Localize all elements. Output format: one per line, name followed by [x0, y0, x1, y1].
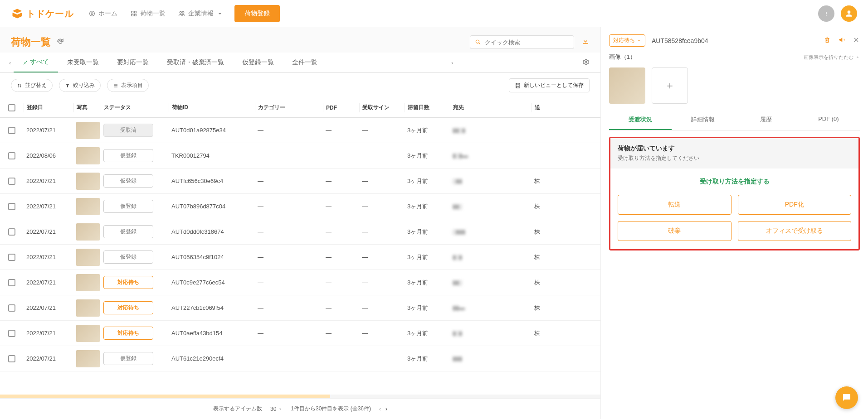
table-row[interactable]: 2022/07/21仮登録AUT07b896d877c04———3ヶ月前▮▮▯株 [0, 194, 600, 219]
row-checkbox[interactable] [8, 152, 15, 159]
pager-prev[interactable]: ‹ [379, 406, 381, 412]
pager-next[interactable]: › [385, 406, 387, 412]
table-row[interactable]: 2022/07/21仮登録AUT61c21e290ecf4———3ヶ月前▮▮▮ [0, 346, 600, 371]
cell-id: AUT07b896d877c04 [169, 203, 255, 210]
table-row[interactable]: 2022/07/21対応待ちAUT227cb1c069f54———3ヶ月前▮▮▬… [0, 295, 600, 321]
method-title: 受け取り方法を指定する [610, 178, 858, 186]
refresh-icon [56, 38, 64, 46]
row-checkbox[interactable] [8, 127, 15, 134]
delete-button[interactable] [824, 36, 831, 45]
collapse-images-button[interactable]: 画像表示を折りたたむ [804, 54, 860, 61]
forward-button[interactable]: 転送 [618, 195, 731, 215]
col-sender[interactable]: 送 [532, 103, 568, 112]
table-row[interactable]: 2022/07/21対応待ちAUT0c9e277c6ec54———3ヶ月前▮▮▯… [0, 270, 600, 295]
col-pkgid[interactable]: 荷物ID [169, 103, 255, 112]
list-icon [130, 10, 137, 17]
dtab-status[interactable]: 受渡状況 [609, 110, 672, 130]
cell-category: — [255, 355, 323, 362]
cell-days: 3ヶ月前 [405, 304, 450, 312]
trash-icon [824, 36, 831, 43]
columns-button[interactable]: 表示項目 [107, 79, 149, 92]
row-checkbox[interactable] [8, 228, 15, 236]
pdf-button[interactable]: PDF化 [738, 195, 852, 215]
nav-home[interactable]: ホーム [88, 10, 117, 18]
col-status[interactable]: ステータス [101, 103, 169, 112]
tab-all[interactable]: すべて [14, 53, 58, 72]
refresh-button[interactable] [56, 38, 64, 47]
row-checkbox[interactable] [8, 203, 15, 210]
tabs-settings-button[interactable] [578, 54, 594, 72]
row-checkbox[interactable] [8, 279, 15, 286]
tab-unreceived[interactable]: 未受取一覧 [58, 53, 108, 72]
detail-id: AUT58528fcea9b04 [652, 37, 708, 44]
search-box[interactable] [470, 35, 574, 49]
close-button[interactable] [853, 36, 860, 45]
cell-status: 対応待ち [101, 276, 169, 289]
table-row[interactable]: 2022/08/06仮登録TKR00012794———3ヶ月前▮▯▮▬ [0, 143, 600, 169]
col-pdf[interactable]: PDF [323, 103, 359, 112]
tab-done[interactable]: 受取済・破棄済一覧 [158, 53, 233, 72]
row-checkbox[interactable] [8, 178, 15, 185]
cell-pdf: — [323, 178, 359, 184]
table-row[interactable]: 2022/07/21対応待ちAUT0aeffa43bd154———3ヶ月前▮▯▮… [0, 321, 600, 346]
cell-dest: ▮▮▯ [450, 279, 532, 286]
tab-draft[interactable]: 仮登録一覧 [233, 53, 283, 72]
download-button[interactable] [581, 37, 590, 48]
page-size-select[interactable]: 30 [270, 406, 283, 412]
save-view-button[interactable]: 新しいビューとして保存 [509, 78, 590, 92]
col-days[interactable]: 滞留日数 [405, 103, 450, 112]
horizontal-scrollbar[interactable] [0, 395, 600, 398]
row-checkbox[interactable] [8, 254, 15, 261]
alert-button[interactable] [818, 5, 834, 22]
cell-sign: — [359, 178, 405, 184]
add-image-button[interactable]: ＋ [652, 67, 688, 104]
table-row[interactable]: 2022/07/21仮登録AUTd0dd0fc318674———3ヶ月前▯▮▮▮… [0, 219, 600, 245]
svg-rect-5 [134, 14, 136, 16]
svg-point-8 [848, 10, 851, 14]
select-all-checkbox[interactable] [8, 104, 15, 111]
cell-pdf: — [323, 355, 359, 362]
col-category[interactable]: カテゴリー [255, 103, 323, 112]
logo[interactable]: トドケール [11, 7, 74, 20]
cell-sign: — [359, 304, 405, 311]
table-row[interactable]: 2022/07/21仮登録AUT056354c9f1024———3ヶ月前▮▯▮株 [0, 245, 600, 270]
col-photo[interactable]: 写真 [73, 103, 101, 112]
close-icon [853, 36, 860, 43]
cell-id: AUT0aeffa43bd154 [169, 330, 255, 337]
tab-needaction[interactable]: 要対応一覧 [108, 53, 158, 72]
table-row[interactable]: 2022/07/21仮登録AUTfc656c30e69c4———3ヶ月前▯▮▮株 [0, 169, 600, 194]
package-image[interactable] [609, 67, 645, 104]
table-row[interactable]: 2022/07/21受取済AUT0d01a92875e34———3ヶ月前▮▮▯▮ [0, 118, 600, 143]
col-date[interactable]: 登録日 [24, 103, 73, 112]
sort-button[interactable]: 並び替え [11, 79, 53, 92]
col-sign[interactable]: 受取サイン [359, 103, 405, 112]
tabs-scroll-left[interactable]: ‹ [6, 55, 14, 71]
cell-date: 2022/07/21 [24, 330, 73, 337]
filter-button[interactable]: 絞り込み [59, 79, 101, 92]
thumb-icon [76, 350, 100, 367]
sort-icon [17, 83, 22, 88]
tab-everything[interactable]: 全件一覧 [283, 53, 327, 72]
thumb-icon [76, 122, 100, 139]
cell-id: AUT61c21e290ecf4 [169, 355, 255, 362]
nav-company[interactable]: 企業情報 [178, 10, 224, 18]
dtab-info[interactable]: 詳細情報 [672, 110, 734, 130]
discard-button[interactable]: 破棄 [618, 221, 731, 241]
detail-status-chip[interactable]: 対応待ち [609, 34, 645, 47]
row-checkbox[interactable] [8, 304, 15, 312]
row-checkbox[interactable] [8, 330, 15, 337]
notify-button[interactable] [838, 36, 845, 45]
col-dest[interactable]: 宛先 [450, 103, 532, 112]
dtab-pdf[interactable]: PDF (0) [797, 110, 860, 130]
nav-packages[interactable]: 荷物一覧 [130, 10, 166, 18]
chat-button[interactable] [835, 386, 858, 409]
tabs-scroll-right[interactable]: › [449, 55, 456, 71]
dtab-history[interactable]: 履歴 [735, 110, 797, 130]
search-input[interactable] [485, 39, 569, 46]
office-button[interactable]: オフィスで受け取る [738, 221, 852, 241]
profile-button[interactable] [841, 5, 857, 22]
row-checkbox[interactable] [8, 355, 15, 362]
chevron-down-icon [637, 39, 641, 43]
cell-dest: ▮▯▮▬ [450, 152, 532, 159]
register-package-button[interactable]: 荷物登録 [234, 5, 280, 22]
